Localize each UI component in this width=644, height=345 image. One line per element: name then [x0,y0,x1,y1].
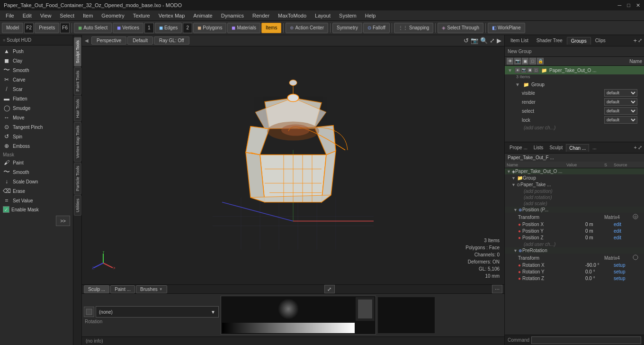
props-tab-more[interactable]: ... [590,144,599,151]
more-tools-btn[interactable]: >> [56,216,70,226]
side-tab-vertex-map[interactable]: Vertex Map Tools [74,122,81,162]
prop-pos-x-edit[interactable]: edit [614,222,642,227]
falloff-btn[interactable]: ⊙ Falloff [363,23,390,33]
symmetry-btn[interactable]: Symmetry [332,23,362,33]
close-btn[interactable]: ✕ [636,2,640,9]
visible-dropdown[interactable]: default [604,89,637,97]
menu-item[interactable]: Item [79,12,97,19]
tool-tangent-pinch[interactable]: ⊙ Tangent Pinch [1,122,72,132]
prop-pos-y-edit[interactable]: edit [614,228,642,234]
tool-smooth[interactable]: 〜 Smooth [1,65,72,75]
tab-shader-tree[interactable]: Shader Tree [533,37,566,44]
add-user-channel-1[interactable]: (add user ch...) [505,125,644,131]
menu-render[interactable]: Render [249,12,273,19]
vis-icon-box[interactable]: □ [529,58,536,64]
tool-erase[interactable]: ⌫ Erase [1,186,72,196]
props-tab-prope[interactable]: Prope ... [507,144,530,151]
viewport-tab-default[interactable]: Default [127,36,153,45]
menu-help[interactable]: Help [361,12,380,19]
side-tab-paint[interactable]: Paint Tools [74,67,81,95]
tool-set-value[interactable]: = Set Value [1,196,72,205]
viewport-next-icon[interactable]: ▶ [497,37,501,44]
vertices-btn[interactable]: ◼ Vertices [113,23,143,33]
menu-texture[interactable]: Texture [129,12,154,19]
vis-icon-eye[interactable]: 👁 [507,58,513,64]
viewport-nav-prev[interactable]: ◀ [85,38,89,43]
viewport-fit-icon[interactable]: ⤢ [490,37,495,44]
edges-btn[interactable]: ◼ Edges [155,23,182,33]
bottom-tab-sculpt[interactable]: Sculp ... [84,285,109,293]
side-tab-sculpt[interactable]: Sculpt Tools [74,37,81,66]
menu-file[interactable]: File [2,12,18,19]
prop-group-header-row[interactable]: ▼ 📁 Group [505,175,644,182]
item-render-root[interactable]: ▣ [527,67,533,73]
right-tab-add[interactable]: + [633,37,637,44]
bottom-tab-brushes[interactable]: Brushes ▼ [136,285,167,293]
prop-prerotation-arrow[interactable]: ▼ [513,248,518,253]
tool-scale-down[interactable]: ↓ Scale Down [1,177,72,186]
tool-emboss[interactable]: ⊕ Emboss [1,141,72,151]
new-group-bar[interactable]: New Group [505,46,644,57]
side-tab-hair[interactable]: Hair Tools [74,96,81,121]
props-add-icon[interactable]: + [634,145,637,151]
props-tab-chan[interactable]: Chan ... [566,144,589,152]
items-btn[interactable]: Items [261,23,281,33]
add-rotation-field[interactable]: (add rotation) [505,194,644,200]
prop-position-arrow[interactable]: ▼ [513,208,518,212]
props-expand-icon[interactable]: ⤢ [638,145,642,151]
side-tab-utilities[interactable]: Utilities [74,195,81,216]
tool-smudge[interactable]: ◯ Smudge [1,103,72,113]
tool-flatten[interactable]: ▬ Flatten [1,94,72,103]
select-dropdown[interactable]: default [604,107,637,115]
titlebar-controls[interactable]: ─ □ ✕ [618,2,640,9]
lock-dropdown[interactable]: default [604,116,637,124]
bottom-tab-paint[interactable]: Paint ... [110,285,135,293]
add-position-field[interactable]: (add position) [505,188,644,194]
prop-paper-arrow[interactable]: ▼ [511,182,516,187]
props-tab-sculpt[interactable]: Sculpt [546,144,565,151]
prop-paper-take-row[interactable]: ▼ ⊙ Paper_Take ... [505,182,644,188]
menu-dynamics[interactable]: Dynamics [217,12,248,19]
vis-icon-lock[interactable]: 🔒 [537,58,544,64]
viewport-tab-raygl[interactable]: Ray GL: Off [154,36,189,45]
prop-root-item[interactable]: ▼ ◈ Paper_Take_Out_O ... [505,168,644,175]
viewport-canvas[interactable]: X Y Z 3 Items Polygons : Face Channels: … [82,46,504,284]
render-dropdown[interactable]: default [604,98,637,106]
side-tab-particle[interactable]: Particle Tools [74,163,81,194]
enable-mask-checkbox[interactable]: ✓ Enable Mask [1,205,72,214]
add-scale-field[interactable]: (add scale) [505,200,644,207]
presets-btn[interactable]: Presets [35,23,59,33]
menu-animate[interactable]: Animate [189,12,216,19]
polygons-btn[interactable]: ◼ Polygons [193,23,226,33]
model-btn[interactable]: Model [2,23,23,33]
tool-carve[interactable]: ✂ Carve [1,75,72,84]
auto-select-btn[interactable]: ◼ Auto Select [74,23,112,33]
prop-root-arrow[interactable]: ▼ [507,169,511,174]
viewport-tab-perspective[interactable]: Perspective [91,36,126,45]
menu-layout[interactable]: Layout [311,12,334,19]
menu-edit[interactable]: Edit [19,12,36,19]
select-through-btn[interactable]: ◈ Select Through [438,23,483,33]
props-tab-lists[interactable]: Lists [531,144,546,151]
item-expand-root[interactable]: ▼ [507,67,513,73]
tool-move[interactable]: ↔ Move [1,113,72,122]
tool-mask-paint[interactable]: 🖌 Paint [1,158,72,167]
tool-clay[interactable]: ◼ Clay [1,56,72,65]
tool-push[interactable]: ▲ Push [1,46,72,56]
right-tab-expand[interactable]: ⤢ [638,37,642,44]
bottom-panel-more[interactable]: ⋯ [492,285,502,293]
menu-vertex-map[interactable]: Vertex Map [155,12,189,19]
workplane-btn[interactable]: ◧ WorkPlane [488,23,525,33]
tool-mask-smooth[interactable]: 〜 Smooth [1,167,72,177]
snapping-btn[interactable]: ⋮⋮ Snapping [394,23,433,33]
item-eye-root[interactable]: 👁 [515,67,520,73]
prop-pos-z-edit[interactable]: edit [614,235,642,240]
vis-icon-render[interactable]: ▣ [522,58,528,64]
prop-position-group[interactable]: ▼ ⊕ Position (P... [505,207,644,213]
menu-geometry[interactable]: Geometry [98,12,128,19]
tab-item-list[interactable]: Item List [507,37,532,44]
item-row-group[interactable]: ▼ 📁 Group [505,80,644,89]
materials-btn[interactable]: ◼ Materials [227,23,260,33]
minimize-btn[interactable]: ─ [618,2,622,9]
prop-prerot-settings[interactable] [633,254,642,261]
